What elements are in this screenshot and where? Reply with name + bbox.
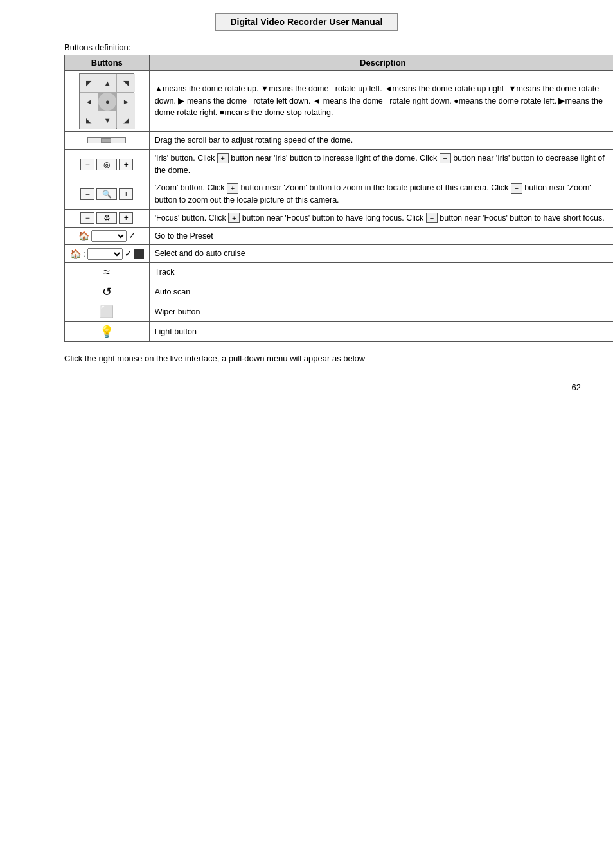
manual-title: Digital Video Recorder User Manual	[215, 13, 397, 31]
iris-controls: − ◎ +	[70, 159, 144, 170]
buttons-table: Buttons Description ◤ ▲ ◥ ◄ ● ► ◣ ▼ ◢	[64, 55, 613, 342]
focus-cell: − ⚙ +	[65, 209, 150, 227]
preset-check: ✓	[129, 231, 136, 240]
cruise-colon: :	[83, 249, 85, 258]
zoom-minus-btn[interactable]: −	[80, 188, 94, 200]
cruise-check: ✓	[125, 249, 132, 258]
preset-cell: 🏠 ✓	[65, 227, 150, 245]
light-desc: Light button	[149, 322, 613, 342]
table-row: − ⚙ + 'Focus' button. Click + button nea…	[65, 209, 614, 227]
scrollbar-desc: Drag the scroll bar to adjust rotating s…	[149, 132, 613, 150]
section-label: Buttons definition:	[64, 42, 587, 52]
zoom-plus-inline: +	[227, 183, 238, 194]
light-cell: 💡	[65, 322, 150, 342]
zoom-controls: − 🔍 +	[70, 188, 144, 200]
ptz-downleft-btn[interactable]: ◣	[80, 111, 98, 129]
cruise-controls: 🏠 : ✓	[70, 248, 144, 260]
footer-text: Click the right mouse on the live interf…	[64, 354, 587, 363]
col-header-description: Description	[149, 55, 613, 71]
ptz-downright-btn[interactable]: ◢	[117, 111, 135, 129]
scrollbar-cell	[65, 132, 150, 150]
wiper-cell: ⬜	[65, 302, 150, 322]
preset-desc: Go to the Preset	[149, 227, 613, 245]
ptz-center-btn[interactable]: ●	[98, 93, 116, 111]
preset-select[interactable]	[91, 230, 127, 242]
preset-controls: 🏠 ✓	[70, 230, 144, 242]
scrollbar-thumb	[101, 138, 111, 143]
ptz-up-btn[interactable]: ▲	[98, 74, 116, 92]
focus-minus-btn[interactable]: −	[80, 212, 94, 224]
scrollbar-track	[87, 137, 126, 143]
autoscan-desc: Auto scan	[149, 282, 613, 302]
zoom-cell: − 🔍 +	[65, 179, 150, 210]
focus-plus-inline: +	[228, 213, 240, 223]
iris-plus-inline: +	[217, 153, 229, 163]
ptz-right-btn[interactable]: ►	[117, 93, 135, 111]
table-row: ◤ ▲ ◥ ◄ ● ► ◣ ▼ ◢ ▲means the dome rotate…	[65, 71, 614, 132]
table-row: 💡 Light button	[65, 322, 614, 342]
focus-minus-inline: −	[426, 213, 438, 223]
table-row: − ◎ + 'Iris' button. Click + button near…	[65, 149, 614, 179]
light-icon: 💡	[100, 325, 114, 338]
ptz-down-btn[interactable]: ▼	[98, 111, 116, 129]
zoom-desc: 'Zoom' button. Click + button near 'Zoom…	[149, 179, 613, 210]
cruise-icon: 🏠	[70, 249, 81, 259]
iris-cell: − ◎ +	[65, 149, 150, 179]
wiper-desc: Wiper button	[149, 302, 613, 322]
ptz-upright-btn[interactable]: ◥	[117, 74, 135, 92]
wiper-icon: ⬜	[100, 305, 114, 318]
focus-desc: 'Focus' button. Click + button near 'Foc…	[149, 209, 613, 227]
focus-controls: − ⚙ +	[70, 212, 144, 224]
zoom-minus-inline: −	[511, 183, 522, 194]
table-row: Drag the scroll bar to adjust rotating s…	[65, 132, 614, 150]
table-row: − 🔍 + 'Zoom' button. Click + button near…	[65, 179, 614, 210]
scrollbar-icon	[70, 137, 144, 143]
zoom-icon: 🔍	[96, 188, 117, 200]
focus-icon: ⚙	[96, 212, 117, 224]
page-number: 62	[26, 383, 587, 392]
autoscan-icon: ↺	[102, 285, 112, 298]
cruise-select[interactable]	[87, 248, 123, 260]
table-row: ⬜ Wiper button	[65, 302, 614, 322]
focus-plus-btn[interactable]: +	[119, 212, 133, 224]
ptz-control[interactable]: ◤ ▲ ◥ ◄ ● ► ◣ ▼ ◢	[79, 73, 134, 129]
iris-desc: 'Iris' button. Click + button near 'Iris…	[149, 149, 613, 179]
cruise-cell: 🏠 : ✓	[65, 245, 150, 263]
iris-plus-btn[interactable]: +	[119, 159, 133, 170]
iris-icon: ◎	[96, 159, 117, 170]
track-icon: ≈	[103, 266, 110, 278]
zoom-plus-btn[interactable]: +	[119, 188, 133, 200]
iris-minus-inline: −	[440, 153, 451, 163]
iris-minus-btn[interactable]: −	[80, 159, 94, 170]
preset-icon: 🏠	[78, 231, 89, 241]
cruise-desc: Select and do auto cruise	[149, 245, 613, 263]
table-row: 🏠 ✓ Go to the Preset	[65, 227, 614, 245]
page-header: Digital Video Recorder User Manual	[26, 13, 587, 31]
cruise-stop-btn[interactable]	[134, 249, 144, 259]
ptz-left-btn[interactable]: ◄	[80, 93, 98, 111]
autoscan-cell: ↺	[65, 282, 150, 302]
ptz-upleft-btn[interactable]: ◤	[80, 74, 98, 92]
track-cell: ≈	[65, 263, 150, 282]
table-row: ↺ Auto scan	[65, 282, 614, 302]
ptz-desc: ▲means the dome rotate up. ▼means the do…	[149, 71, 613, 132]
table-row: 🏠 : ✓ Select and do auto cruise	[65, 245, 614, 263]
col-header-buttons: Buttons	[65, 55, 150, 71]
track-desc: Track	[149, 263, 613, 282]
ptz-cell: ◤ ▲ ◥ ◄ ● ► ◣ ▼ ◢	[65, 71, 150, 132]
table-row: ≈ Track	[65, 263, 614, 282]
